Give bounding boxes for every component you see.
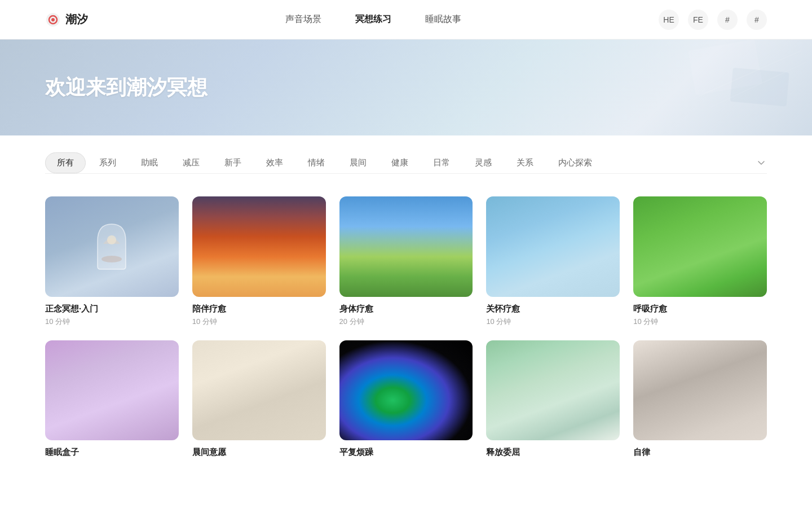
card-item[interactable]: 关怀疗愈10 分钟 xyxy=(486,196,620,327)
content-section: 正念冥想·入门10 分钟陪伴疗愈10 分钟身体疗愈20 分钟关怀疗愈10 分钟呼… xyxy=(0,179,812,477)
filter-more-btn[interactable] xyxy=(756,157,767,169)
card-image xyxy=(45,340,179,441)
card-title: 睡眠盒子 xyxy=(45,447,179,458)
card-item[interactable]: 晨间意愿 xyxy=(192,340,326,461)
svg-point-7 xyxy=(102,256,122,262)
card-item[interactable]: 自律 xyxy=(633,340,767,461)
hero-banner: 欢迎来到潮汐冥想 xyxy=(0,40,812,135)
filter-tab-efficiency[interactable]: 效率 xyxy=(255,153,294,173)
header-btn-search[interactable]: # xyxy=(717,10,738,30)
filter-tab-stress[interactable]: 减压 xyxy=(171,153,211,173)
header: 潮汐 声音场景 冥想练习 睡眠故事 HE FE # # xyxy=(0,0,812,40)
card-image xyxy=(339,340,473,441)
card-image xyxy=(45,196,179,297)
nav-item-sleep[interactable]: 睡眠故事 xyxy=(425,14,461,25)
hero-decoration xyxy=(643,40,812,135)
card-image xyxy=(192,340,326,441)
card-meta: 10 分钟 xyxy=(486,317,620,327)
filter-tab-emotion[interactable]: 情绪 xyxy=(297,153,336,173)
filter-tab-inspiration[interactable]: 灵感 xyxy=(464,153,503,173)
logo-text: 潮汐 xyxy=(65,12,88,27)
card-image xyxy=(192,196,326,297)
filter-tab-beginner[interactable]: 新手 xyxy=(213,153,253,173)
card-item[interactable]: 释放委屈 xyxy=(486,340,620,461)
cards-row-1: 正念冥想·入门10 分钟陪伴疗愈10 分钟身体疗愈20 分钟关怀疗愈10 分钟呼… xyxy=(45,196,767,327)
card-item[interactable]: 正念冥想·入门10 分钟 xyxy=(45,196,179,327)
filter-tab-inner[interactable]: 内心探索 xyxy=(547,153,603,173)
filter-tabs: 所有 系列 助眠 减压 新手 效率 情绪 晨间 健康 日常 灵感 关系 内心探索 xyxy=(45,152,767,174)
filter-tab-morning[interactable]: 晨间 xyxy=(338,153,378,173)
card-title: 陪伴疗愈 xyxy=(192,304,326,314)
card-image xyxy=(633,196,767,297)
main-nav: 声音场景 冥想练习 睡眠故事 xyxy=(285,14,461,25)
filter-tab-relation[interactable]: 关系 xyxy=(505,153,545,173)
card-title: 平复烦躁 xyxy=(339,447,473,458)
card-meta: 10 分钟 xyxy=(192,317,326,327)
svg-rect-4 xyxy=(730,68,789,106)
card-title: 正念冥想·入门 xyxy=(45,304,179,314)
card-image xyxy=(633,340,767,441)
filter-tab-sleep[interactable]: 助眠 xyxy=(130,153,169,173)
filter-tab-health[interactable]: 健康 xyxy=(380,153,420,173)
svg-point-2 xyxy=(51,18,55,21)
card-title: 关怀疗愈 xyxy=(486,304,620,314)
card-image xyxy=(486,340,620,441)
nav-item-sound[interactable]: 声音场景 xyxy=(285,14,321,25)
card-title: 自律 xyxy=(633,447,767,458)
svg-point-8 xyxy=(107,235,116,244)
card-meta: 10 分钟 xyxy=(45,317,179,327)
card-item[interactable]: 呼吸疗愈10 分钟 xyxy=(633,196,767,327)
header-btn-he[interactable]: HE xyxy=(659,10,679,30)
header-right: HE FE # # xyxy=(659,10,767,30)
filter-tab-all[interactable]: 所有 xyxy=(45,152,86,173)
logo-area[interactable]: 潮汐 xyxy=(45,12,88,28)
card-item[interactable]: 平复烦躁 xyxy=(339,340,473,461)
card-title: 晨间意愿 xyxy=(192,447,326,458)
card-item[interactable]: 身体疗愈20 分钟 xyxy=(339,196,473,327)
card-meta: 20 分钟 xyxy=(339,317,473,327)
card-title: 呼吸疗愈 xyxy=(633,304,767,314)
chevron-down-icon xyxy=(756,157,767,169)
card-title: 身体疗愈 xyxy=(339,304,473,314)
card-item[interactable]: 睡眠盒子 xyxy=(45,340,179,461)
filter-section: 所有 系列 助眠 减压 新手 效率 情绪 晨间 健康 日常 灵感 关系 内心探索 xyxy=(0,135,812,179)
card-title: 释放委屈 xyxy=(486,447,620,458)
filter-tab-daily[interactable]: 日常 xyxy=(422,153,461,173)
header-btn-fe[interactable]: FE xyxy=(688,10,708,30)
nav-item-meditation[interactable]: 冥想练习 xyxy=(355,14,391,25)
filter-tab-series[interactable]: 系列 xyxy=(88,153,127,173)
header-btn-user[interactable]: # xyxy=(747,10,767,30)
card-meta: 10 分钟 xyxy=(633,317,767,327)
card-item[interactable]: 陪伴疗愈10 分钟 xyxy=(192,196,326,327)
cards-row-2: 睡眠盒子晨间意愿平复烦躁释放委屈自律 xyxy=(45,340,767,461)
card-image xyxy=(486,196,620,297)
hero-title: 欢迎来到潮汐冥想 xyxy=(45,74,208,102)
logo-icon xyxy=(45,12,61,28)
card-image xyxy=(339,196,473,297)
